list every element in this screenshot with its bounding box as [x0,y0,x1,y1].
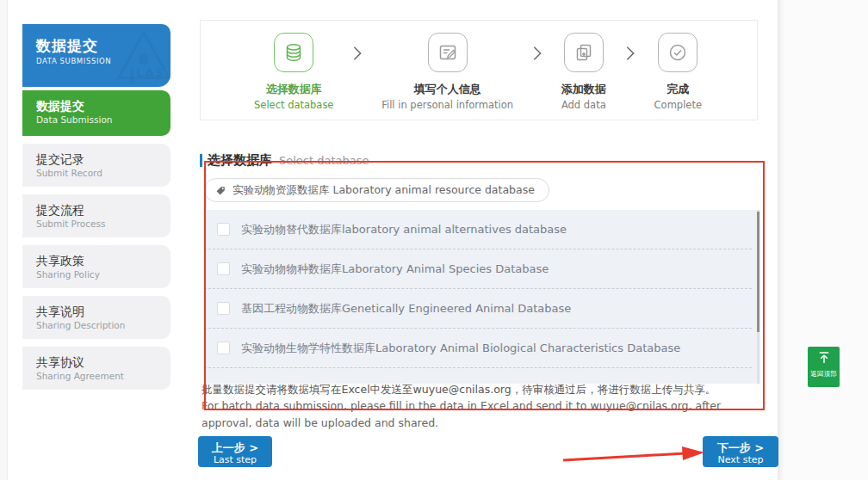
sidebar-item-sharing-agreement[interactable]: 共享协议 Sharing Agreement [22,347,170,390]
database-option-label: 实验动物生物学特性数据库Laboratory Animal Biological… [241,341,680,356]
selected-database-tag-label: 实验动物资源数据库 Laboratory animal resource dat… [232,183,535,198]
database-option-row[interactable]: 实验动物物种数据库Laboratory Animal Species Datab… [204,249,752,289]
sidebar-item-label: 提交记录 [36,151,170,167]
next-step-button-label: 下一步 > [711,441,770,454]
ilas-logo-letters: LAS [136,66,165,79]
section-title-en: Select database [279,154,369,167]
checkbox[interactable] [217,262,230,275]
step-select-database: 选择数据库 Select database [254,33,333,111]
checkbox[interactable] [217,223,230,236]
back-to-top-label: 返回顶部 [809,370,839,378]
list-scrollbar-thumb[interactable] [757,212,760,332]
sidebar-item-data-submission[interactable]: 数据提交 Data Submission [22,90,170,136]
sidebar: 数据提交 DATA SUBMISSION LAS 数据提交 Data Submi… [22,24,170,397]
sidebar-item-sharing-policy[interactable]: 共享政策 Sharing Policy [22,245,170,288]
step-sublabel: Select database [254,99,333,111]
sidebar-item-sharing-description[interactable]: 共享说明 Sharing Description [22,296,170,339]
database-icon [274,33,313,72]
batch-submission-note: 批量数据提交请将数据填写在Excel中发送至wuyue@cnilas.org，待… [202,381,763,431]
selected-database-tag[interactable]: 实验动物资源数据库 Laboratory animal resource dat… [204,178,549,202]
page-right-gutter [778,0,868,480]
sidebar-item-submit-process[interactable]: 提交流程 Submit Process [22,194,170,237]
step-label: 填写个人信息 [414,82,481,97]
checkbox[interactable] [217,342,230,354]
tag-icon [215,185,226,196]
chevron-right-icon [348,44,367,66]
sidebar-item-sublabel: Data Submission [36,114,170,125]
database-option-row[interactable]: 实验动物生物学特性数据库Laboratory Animal Biological… [204,329,752,368]
step-sublabel: Add data [561,99,606,111]
step-sublabel: Fill in personal information [381,99,513,111]
sidebar-item-sublabel: Submit Process [36,218,170,229]
step-label: 完成 [666,82,689,97]
section-title-zh: 选择数据库 [208,152,272,169]
data-submission-page: 数据提交 DATA SUBMISSION LAS 数据提交 Data Submi… [0,0,868,480]
edit-form-icon [428,33,468,72]
last-step-button-sublabel: Last step [207,454,264,465]
sidebar-item-sublabel: Sharing Policy [36,269,170,280]
step-add-data: 添加数据 Add data [561,33,606,111]
last-step-button[interactable]: 上一步 > Last step [198,436,272,467]
next-step-button-sublabel: Next step [711,454,770,465]
step-fill-personal-information: 填写个人信息 Fill in personal information [381,33,513,111]
next-step-button[interactable]: 下一步 > Next step [703,436,778,467]
annotation-red-arrow [561,444,706,466]
checkbox[interactable] [217,302,230,315]
last-step-button-label: 上一步 > [207,441,264,454]
arrow-up-to-bar-icon [816,350,832,366]
page-left-gutter [0,0,8,480]
add-data-icon [564,33,604,72]
sidebar-header: 数据提交 DATA SUBMISSION LAS [22,24,170,87]
step-label: 选择数据库 [266,82,322,97]
check-circle-icon [658,33,698,72]
database-option-row[interactable]: 实验动物替代数据库laboratory animal alternatives … [204,210,752,249]
database-option-label: 实验动物物种数据库Laboratory Animal Species Datab… [241,262,549,277]
step-sublabel: Complete [654,99,702,111]
title-accent-bar [200,154,202,167]
database-option-list: 实验动物替代数据库laboratory animal alternatives … [204,210,760,384]
database-option-label: 实验动物替代数据库laboratory animal alternatives … [241,222,567,237]
database-option-row[interactable]: 基因工程动物数据库Genetically Engineered Animal D… [204,289,752,329]
batch-note-en: For batch data submission, please fill i… [202,397,763,431]
sidebar-item-label: 共享说明 [36,304,170,319]
wizard-stepper: 选择数据库 Select database 填写个人信息 Fill in per… [200,20,758,120]
database-option-label: 基因工程动物数据库Genetically Engineered Animal D… [241,301,571,317]
sidebar-item-label: 提交流程 [36,202,170,218]
back-to-top-button[interactable]: 返回顶部 [808,347,840,387]
sidebar-item-label: 共享政策 [36,253,170,268]
sidebar-item-sublabel: Sharing Agreement [36,371,170,381]
sidebar-item-label: 数据提交 [36,98,170,114]
sidebar-item-submit-record[interactable]: 提交记录 Submit Record [22,144,170,187]
chevron-right-icon [528,44,547,66]
step-label: 添加数据 [561,82,606,97]
ilas-logo-icon: LAS [110,26,170,87]
sidebar-item-label: 共享协议 [36,354,170,370]
sidebar-item-sublabel: Submit Record [36,168,170,178]
step-complete: 完成 Complete [654,33,702,111]
section-title: 选择数据库 Select database [200,152,369,169]
chevron-right-icon [621,44,640,66]
sidebar-item-sublabel: Sharing Description [36,320,170,330]
batch-note-zh: 批量数据提交请将数据填写在Excel中发送至wuyue@cnilas.org，待… [202,381,763,397]
